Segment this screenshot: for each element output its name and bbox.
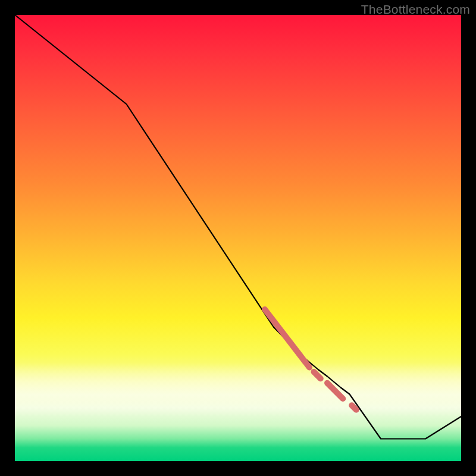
highlight-segment [352, 405, 356, 410]
main-curve [15, 15, 461, 439]
highlight-segment [265, 309, 309, 368]
highlight-segment [327, 383, 343, 399]
chart-stage: TheBottleneck.com [0, 0, 476, 476]
highlight-segment [314, 372, 321, 378]
curve-layer [15, 15, 461, 461]
watermark-text: TheBottleneck.com [361, 2, 470, 17]
highlight-segments [265, 309, 356, 410]
plot-area [15, 15, 461, 461]
